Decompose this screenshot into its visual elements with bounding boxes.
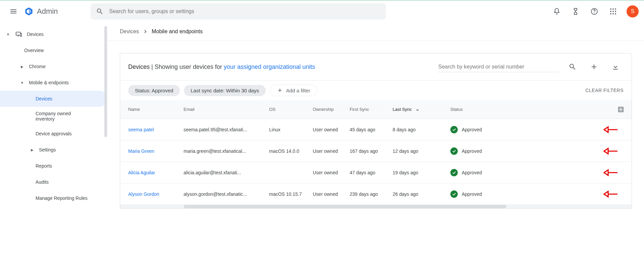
table-row[interactable]: seema patel seema.patel.95@test.xfanati.… bbox=[120, 119, 632, 140]
admin-logo-icon bbox=[24, 7, 34, 16]
clear-filters-button[interactable]: CLEAR FILTERS bbox=[585, 88, 624, 93]
cell-status: Approved bbox=[450, 169, 507, 176]
global-search-input[interactable] bbox=[109, 8, 381, 14]
cell-first-sync: 45 days ago bbox=[350, 127, 393, 132]
download-icon bbox=[611, 63, 620, 71]
sidebar-root-devices[interactable]: ▼ Devices bbox=[0, 26, 107, 42]
cell-ownership: User owned bbox=[313, 127, 350, 132]
breadcrumb-root[interactable]: Devices bbox=[120, 29, 139, 35]
svg-point-6 bbox=[612, 8, 614, 10]
cell-email: alyson.gordon@test.xfanatic... bbox=[184, 191, 269, 197]
cell-ownership: User owned bbox=[313, 148, 350, 154]
sidebar-item-mobile-endpoints[interactable]: ▼ Mobile & endpoints bbox=[0, 75, 107, 91]
account-avatar[interactable]: S bbox=[627, 5, 639, 17]
sidebar-item-settings[interactable]: ▶ Settings bbox=[0, 142, 107, 158]
chevron-right-icon bbox=[144, 30, 147, 33]
sidebar-scrollbar[interactable] bbox=[104, 26, 107, 137]
panel-search-button[interactable] bbox=[564, 59, 581, 75]
th-name[interactable]: Name bbox=[128, 107, 184, 112]
sidebar-item-devices[interactable]: Devices bbox=[0, 91, 107, 107]
annotation-arrow-icon bbox=[603, 126, 618, 133]
check-circle-icon bbox=[450, 190, 458, 198]
table-row[interactable]: Alyson Gordon alyson.gordon@test.xfanati… bbox=[120, 183, 632, 205]
global-search[interactable] bbox=[91, 3, 386, 19]
th-status[interactable]: Status bbox=[450, 107, 507, 112]
logo-area[interactable]: Admin bbox=[24, 7, 58, 16]
svg-point-8 bbox=[610, 11, 611, 12]
check-circle-icon bbox=[450, 169, 458, 176]
cell-name[interactable]: Maria Green bbox=[128, 148, 184, 154]
hourglass-icon bbox=[572, 7, 580, 15]
svg-point-11 bbox=[610, 13, 611, 14]
filter-chip-last-sync[interactable]: Last sync date: Within 30 days bbox=[184, 85, 265, 96]
th-ownership[interactable]: Ownership bbox=[313, 107, 350, 112]
cell-os: macOS 10.15.7 bbox=[269, 191, 313, 197]
panel-search-input[interactable] bbox=[438, 62, 559, 72]
filter-chip-status[interactable]: Status: Approved bbox=[128, 85, 180, 96]
breadcrumb: Devices Mobile and endpoints bbox=[108, 22, 644, 41]
annotation-arrow-icon bbox=[603, 147, 618, 155]
hamburger-icon bbox=[9, 7, 17, 15]
th-os[interactable]: OS bbox=[269, 107, 313, 112]
cell-name[interactable]: Alicia Aguilar bbox=[128, 170, 184, 175]
cell-email: alicia.aguilar@test.xfanati... bbox=[184, 170, 269, 175]
cell-first-sync: 167 days ago bbox=[350, 148, 393, 154]
sidebar-item-device-approvals[interactable]: Device approvals bbox=[0, 126, 107, 142]
arrow-down-icon bbox=[415, 107, 420, 112]
svg-point-13 bbox=[615, 13, 616, 14]
devices-table: Name Email OS Ownership First Sync Last … bbox=[120, 100, 632, 205]
logo-text: Admin bbox=[37, 7, 58, 16]
devices-panel: Devices | Showing user devices for your … bbox=[120, 53, 632, 209]
th-last-sync[interactable]: Last Sync bbox=[393, 107, 450, 112]
sidebar-item-overview[interactable]: Overview bbox=[0, 42, 107, 58]
tasks-button[interactable] bbox=[567, 3, 584, 19]
sidebar-item-reports[interactable]: Reports bbox=[0, 158, 107, 174]
cell-ownership: User owned bbox=[313, 170, 350, 175]
sidebar-root-label: Devices bbox=[27, 32, 44, 37]
help-icon bbox=[590, 7, 598, 15]
check-circle-icon bbox=[450, 147, 458, 155]
horizontal-scrollbar[interactable] bbox=[120, 205, 632, 208]
th-email[interactable]: Email bbox=[184, 107, 269, 112]
chevron-down-icon: ▼ bbox=[5, 33, 11, 36]
notifications-button[interactable] bbox=[549, 3, 565, 19]
breadcrumb-current: Mobile and endpoints bbox=[152, 29, 203, 35]
scrollbar-thumb[interactable] bbox=[184, 205, 506, 208]
cell-last-sync: 19 days ago bbox=[393, 170, 450, 175]
sidebar-item-audits[interactable]: Audits bbox=[0, 174, 107, 190]
sidebar-item-chrome[interactable]: ▶ Chrome bbox=[0, 58, 107, 75]
cell-status: Approved bbox=[450, 147, 507, 155]
svg-point-12 bbox=[612, 13, 614, 14]
sidebar-item-manage-reporting[interactable]: Manage Reporting Rules bbox=[0, 190, 107, 206]
annotation-arrow-icon bbox=[603, 169, 618, 176]
cell-first-sync: 239 days ago bbox=[350, 191, 393, 197]
apps-button[interactable] bbox=[605, 3, 621, 19]
sidebar-item-company-inventory[interactable]: Company owned inventory bbox=[0, 107, 107, 126]
cell-last-sync: 26 days ago bbox=[393, 191, 450, 197]
add-filter-button[interactable]: Add a filter bbox=[270, 85, 317, 96]
svg-point-10 bbox=[615, 11, 616, 12]
cell-name[interactable]: Alyson Gordon bbox=[128, 191, 184, 197]
org-units-link[interactable]: your assigned organizational units bbox=[224, 63, 315, 70]
cell-first-sync: 47 days ago bbox=[350, 170, 393, 175]
cell-last-sync: 12 days ago bbox=[393, 148, 450, 154]
table-row[interactable]: Maria Green maria.green@test.xfanatical.… bbox=[120, 140, 632, 162]
cell-name[interactable]: seema patel bbox=[128, 127, 184, 132]
check-circle-icon bbox=[450, 126, 458, 133]
svg-point-4 bbox=[594, 13, 595, 13]
download-button[interactable] bbox=[607, 59, 624, 75]
main-menu-button[interactable] bbox=[5, 3, 21, 19]
devices-icon bbox=[15, 31, 23, 38]
cell-ownership: User owned bbox=[313, 191, 350, 197]
gear-icon bbox=[617, 106, 624, 113]
bell-icon bbox=[553, 7, 561, 15]
help-button[interactable] bbox=[586, 3, 602, 19]
chevron-down-icon: ▼ bbox=[19, 81, 25, 85]
table-row[interactable]: Alicia Aguilar alicia.aguilar@test.xfana… bbox=[120, 162, 632, 183]
svg-point-9 bbox=[612, 11, 614, 12]
filter-bar: Status: Approved Last sync date: Within … bbox=[120, 81, 632, 100]
add-device-button[interactable] bbox=[586, 59, 602, 75]
sidebar: ▼ Devices Overview ▶ Chrome ▼ Mobile & e… bbox=[0, 22, 107, 268]
table-settings-button[interactable] bbox=[617, 106, 624, 113]
th-first-sync[interactable]: First Sync bbox=[350, 107, 393, 112]
